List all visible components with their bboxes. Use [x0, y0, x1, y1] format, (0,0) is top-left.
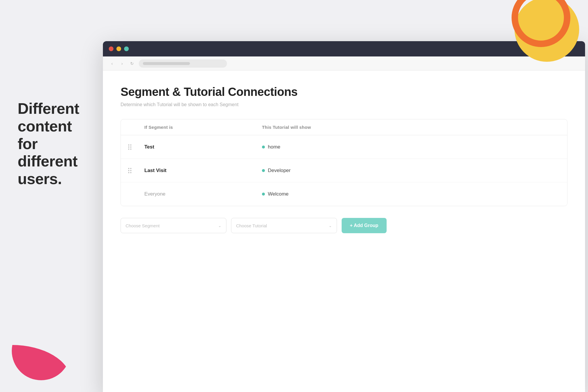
tutorial-name: home — [256, 137, 567, 157]
add-group-button[interactable]: + Add Group — [342, 218, 387, 233]
tutorial-dot — [262, 146, 265, 149]
drag-handle[interactable] — [121, 162, 138, 179]
table-header: If Segment is This Tutorial will show — [121, 119, 567, 135]
page-subtitle: Determine which Tutorial will be shown t… — [121, 102, 567, 107]
drag-dot — [130, 146, 131, 148]
page-title: Segment & Tutorial Connections — [121, 85, 567, 99]
segment-name: Test — [138, 137, 256, 157]
drag-dot — [128, 172, 129, 173]
table-row: Test home — [121, 135, 567, 159]
page-content: Segment & Tutorial Connections Determine… — [103, 71, 585, 392]
drag-dot — [128, 149, 129, 150]
left-tagline: Different content for different users. — [18, 100, 94, 188]
url-bar[interactable] — [139, 59, 227, 68]
forward-button[interactable]: › — [119, 60, 125, 67]
drag-dot — [128, 170, 129, 171]
browser-addressbar: ‹ › ↻ — [103, 56, 585, 71]
segment-placeholder: Choose Segment — [126, 223, 160, 228]
deco-pink-circle — [12, 321, 71, 380]
drag-dots-bot — [128, 149, 131, 150]
drag-dot — [130, 149, 131, 150]
drag-dot — [130, 172, 131, 173]
tutorial-dot — [262, 169, 265, 172]
table-row: Last Visit Developer — [121, 159, 567, 182]
drag-handle[interactable] — [121, 139, 138, 156]
drag-dot — [130, 168, 131, 169]
tutorial-dot — [262, 193, 265, 196]
drag-dots-top — [128, 168, 131, 169]
segment-name: Last Visit — [138, 161, 256, 181]
tutorial-name: Welcome — [256, 184, 567, 204]
url-placeholder — [143, 62, 190, 65]
drag-dots-mid — [128, 170, 131, 171]
chevron-down-icon: ⌄ — [329, 223, 332, 228]
drag-dots-bot — [128, 172, 131, 173]
back-button[interactable]: ‹ — [109, 60, 115, 67]
bottom-controls: Choose Segment ⌄ Choose Tutorial ⌄ + Add… — [121, 218, 567, 236]
choose-tutorial-dropdown[interactable]: Choose Tutorial ⌄ — [231, 218, 337, 233]
refresh-button[interactable]: ↻ — [129, 60, 135, 67]
drag-dot — [130, 144, 131, 146]
tutorial-placeholder: Choose Tutorial — [236, 223, 267, 228]
segment-name: Everyone — [138, 184, 256, 204]
browser-titlebar — [103, 41, 585, 56]
drag-dot — [130, 170, 131, 171]
drag-dot — [128, 146, 129, 148]
header-segment: If Segment is — [144, 125, 262, 130]
traffic-light-red[interactable] — [109, 46, 113, 51]
drag-dots-top — [128, 144, 131, 146]
drag-dot — [128, 168, 129, 169]
tutorial-name: Developer — [256, 161, 567, 181]
connections-table: If Segment is This Tutorial will show — [121, 119, 567, 206]
table-row: Everyone Welcome — [121, 182, 567, 206]
choose-segment-dropdown[interactable]: Choose Segment ⌄ — [121, 218, 226, 233]
browser-window: ‹ › ↻ Segment & Tutorial Connections Det… — [103, 41, 585, 392]
header-tutorial: This Tutorial will show — [262, 125, 549, 130]
drag-dot — [128, 144, 129, 146]
traffic-light-green[interactable] — [124, 46, 129, 51]
chevron-down-icon: ⌄ — [218, 223, 221, 228]
traffic-light-yellow[interactable] — [116, 46, 121, 51]
drag-dots-mid — [128, 146, 131, 148]
